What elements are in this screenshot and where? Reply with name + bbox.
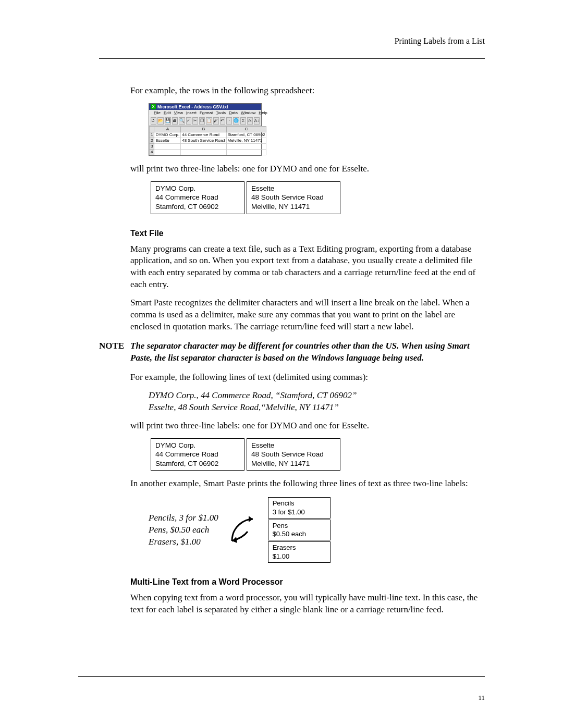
curved-arrow-icon — [229, 516, 258, 545]
small-label: Pencils 3 for $1.00 — [268, 497, 331, 519]
address-label: DYMO Corp. 44 Commerce Road Stamford, CT… — [151, 181, 244, 214]
cell: DYMO Corp. — [154, 132, 181, 138]
paragraph: For example, the rows in the following s… — [130, 85, 485, 97]
menu-item: File — [154, 110, 161, 115]
label-line: DYMO Corp. — [155, 184, 239, 193]
label-line: DYMO Corp. — [155, 441, 239, 450]
label-line: $1.00 — [273, 552, 325, 561]
format-painter-icon: 🖌 — [213, 117, 219, 125]
menu-item: Help — [259, 110, 267, 115]
note-text: The separator character may be different… — [130, 340, 485, 364]
label-line: 48 South Service Road — [251, 193, 335, 202]
menu-item: Insert — [186, 110, 197, 115]
address-label: Esselte 48 South Service Road Melville, … — [247, 181, 340, 214]
cell — [154, 143, 181, 149]
label-line: Stamford, CT 06902 — [155, 202, 239, 212]
section-heading-multiline: Multi-Line Text from a Word Processor — [130, 577, 485, 587]
menu-item: Tools — [216, 110, 226, 115]
cell: Esselte — [154, 138, 181, 143]
cell: Stamford, CT 06902 — [226, 132, 266, 138]
csv-example-line: DYMO Corp., 44 Commerce Road, “Stamford,… — [149, 390, 485, 402]
small-label: Pens $0.50 each — [268, 520, 331, 541]
label-line: Pencils — [273, 499, 325, 508]
address-label: DYMO Corp. 44 Commerce Road Stamford, CT… — [151, 438, 244, 471]
new-icon: 🗋 — [151, 117, 156, 125]
paragraph: In another example, Smart Paste prints t… — [130, 478, 485, 490]
running-header: Printing Labels from a List — [99, 36, 485, 53]
smartpaste-source-line: Pens, $0.50 each — [149, 524, 218, 536]
label-line: Stamford, CT 06902 — [155, 459, 239, 468]
spreadsheet-title-text: Microsoft Excel - Address CSV.txt — [157, 104, 228, 109]
smartpaste-diagram: Pencils, 3 for $1.00 Pens, $0.50 each Er… — [149, 497, 485, 563]
col-header: B — [181, 126, 226, 132]
col-header: A — [154, 126, 181, 132]
csv-example: DYMO Corp., 44 Commerce Road, “Stamford,… — [149, 390, 485, 414]
col-header: C — [226, 126, 266, 132]
spreadsheet-figure: X Microsoft Excel - Address CSV.txt File… — [149, 103, 262, 156]
label-line: Esselte — [251, 184, 335, 193]
save-icon: 💾 — [165, 117, 171, 125]
menu-item: Format — [200, 110, 213, 115]
spreadsheet-grid: A B C 1 DYMO Corp. 44 Commerce Road Stam… — [149, 126, 261, 155]
label-line: $0.50 each — [273, 530, 325, 538]
smartpaste-source-text: Pencils, 3 for $1.00 Pens, $0.50 each Er… — [149, 512, 218, 548]
cell — [226, 143, 266, 149]
label-line: Melville, NY 11471 — [251, 459, 335, 468]
address-label: Esselte 48 South Service Road Melville, … — [247, 438, 340, 471]
paragraph: When copying text from a word processor,… — [130, 592, 485, 616]
footer-rule — [78, 676, 485, 677]
cut-icon: ✂ — [192, 117, 198, 125]
spreadsheet-toolbar: 🗋 📂 💾 🖶 🔍 ✓ ✂ ❐ 📋 🖌 ↶ · 🌐 Σ fx A↓ — [149, 116, 261, 126]
autosum-icon: Σ — [240, 117, 246, 125]
row-header: 3 — [150, 143, 154, 149]
menu-item: Edit — [164, 110, 171, 115]
undo-icon: ↶ — [220, 117, 226, 125]
sort-asc-icon: A↓ — [254, 117, 260, 125]
header-rule — [99, 58, 485, 59]
svg-marker-0 — [249, 516, 253, 522]
label-line: 44 Commerce Road — [155, 193, 239, 202]
page-number: 11 — [478, 694, 485, 702]
paragraph: For example, the following lines of text… — [130, 372, 485, 384]
smartpaste-source-line: Pencils, 3 for $1.00 — [149, 512, 218, 524]
paste-icon: 📋 — [206, 117, 212, 125]
spellcheck-icon: ✓ — [186, 117, 192, 125]
label-pair-figure: DYMO Corp. 44 Commerce Road Stamford, CT… — [149, 438, 485, 471]
paragraph: Many programs can create a text file, su… — [130, 243, 485, 291]
row-header: 1 — [150, 132, 154, 138]
small-label: Erasers $1.00 — [268, 541, 331, 563]
copy-icon: ❐ — [199, 117, 205, 125]
cell: Melville, NY 11471 — [226, 138, 266, 143]
section-heading-text-file: Text File — [130, 229, 485, 238]
cell — [226, 149, 266, 155]
note-block: NOTE The separator character may be diff… — [99, 340, 485, 364]
excel-app-icon: X — [151, 104, 156, 109]
menu-item: Data — [229, 110, 238, 115]
label-pair-figure: DYMO Corp. 44 Commerce Road Stamford, CT… — [149, 181, 485, 214]
paragraph: Smart Paste recognizes the delimiter cha… — [130, 297, 485, 333]
function-icon: fx — [247, 117, 253, 125]
label-line: Pens — [273, 522, 325, 530]
hyperlink-icon: 🌐 — [233, 117, 239, 125]
label-line: Esselte — [251, 441, 335, 450]
preview-icon: 🔍 — [179, 117, 185, 125]
row-header: 4 — [150, 149, 154, 155]
redo-icon: · — [226, 117, 232, 125]
row-header: 2 — [150, 138, 154, 143]
cell — [154, 149, 181, 155]
cell: 44 Commerce Road — [181, 132, 226, 138]
label-line: Erasers — [273, 544, 325, 552]
cell — [181, 149, 226, 155]
cell — [181, 143, 226, 149]
smartpaste-result-labels: Pencils 3 for $1.00 Pens $0.50 each Eras… — [268, 497, 331, 563]
menu-item: View — [174, 110, 183, 115]
label-line: 3 for $1.00 — [273, 508, 325, 516]
menu-item: Window — [241, 110, 255, 115]
cell: 48 South Service Road — [181, 138, 226, 143]
spreadsheet-menubar: File Edit View Insert Format Tools Data … — [149, 110, 261, 116]
open-icon: 📂 — [157, 117, 164, 125]
label-line: Melville, NY 11471 — [251, 202, 335, 212]
select-all-cell — [150, 126, 154, 132]
note-label: NOTE — [99, 340, 124, 352]
smartpaste-source-line: Erasers, $1.00 — [149, 536, 218, 548]
